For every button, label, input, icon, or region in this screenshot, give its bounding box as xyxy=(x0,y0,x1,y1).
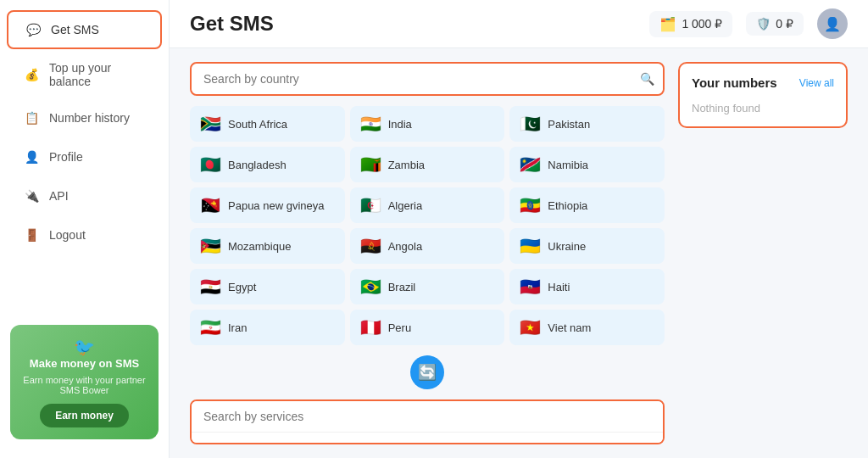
country-name: Algeria xyxy=(388,199,422,212)
earn-money-button[interactable]: Earn money xyxy=(40,404,129,427)
swap-button[interactable]: 🔄 xyxy=(410,355,444,389)
content-area: 🔍 🇿🇦South Africa🇮🇳India🇵🇰Pakistan🇧🇩Bangl… xyxy=(170,48,868,458)
header-right: 🗂️ 1 000 ₽ 🛡️ 0 ₽ 👤 xyxy=(649,8,848,39)
country-name: Bangladesh xyxy=(228,159,287,171)
service-logo: K xyxy=(203,443,231,444)
country-item[interactable]: 🇪🇹Ethiopia xyxy=(509,187,665,223)
country-item[interactable]: 🇵🇰Pakistan xyxy=(509,106,665,142)
country-item[interactable]: 🇿🇲Zambia xyxy=(350,147,505,182)
country-item[interactable]: 🇺🇦Ukraine xyxy=(509,228,665,264)
country-flag: 🇻🇳 xyxy=(520,317,541,338)
country-item[interactable]: 🇻🇳Viet nam xyxy=(509,310,665,345)
sidebar-label-top-up: Top up your balance xyxy=(49,61,147,88)
country-flag: 🇩🇿 xyxy=(360,195,381,215)
country-name: Egypt xyxy=(228,281,256,293)
sidebar-item-get-sms[interactable]: 💬 Get SMS xyxy=(7,10,162,49)
avatar[interactable]: 👤 xyxy=(817,8,848,39)
country-search-box: 🔍 xyxy=(190,62,665,96)
country-name: Ethiopia xyxy=(548,199,587,212)
sidebar-item-profile[interactable]: 👤 Profile xyxy=(7,139,162,175)
country-flag: 🇿🇦 xyxy=(200,114,221,134)
sidebar-item-number-history[interactable]: 📋 Number history xyxy=(7,100,162,136)
country-item[interactable]: 🇦🇴Angola xyxy=(350,228,505,264)
wallet-icon: 💰 xyxy=(22,65,41,84)
balance-box: 🗂️ 1 000 ₽ xyxy=(649,11,732,37)
logout-icon: 🚪 xyxy=(22,226,41,244)
country-flag: 🇵🇪 xyxy=(360,317,381,338)
sidebar-label-get-sms: Get SMS xyxy=(51,23,99,36)
country-item[interactable]: 🇲🇿Mozambique xyxy=(190,228,345,264)
main-area: Get SMS 🗂️ 1 000 ₽ 🛡️ 0 ₽ 👤 🔍 🇿🇦South xyxy=(170,0,868,458)
country-flag: 🇪🇹 xyxy=(520,195,541,215)
country-item[interactable]: 🇵🇪Peru xyxy=(350,310,505,345)
service-item: K Kakao 4 pcs 3.60 Buy xyxy=(192,433,663,444)
country-item[interactable]: 🇪🇬Egypt xyxy=(190,269,345,304)
country-item[interactable]: 🇳🇦Namibia xyxy=(509,147,665,182)
promo-box: 🐦 Make money on SMS Earn money with your… xyxy=(10,325,159,439)
country-search-input[interactable] xyxy=(192,64,663,94)
your-numbers-empty: Nothing found xyxy=(692,102,834,114)
history-icon: 📋 xyxy=(22,109,41,127)
country-grid: 🇿🇦South Africa🇮🇳India🇵🇰Pakistan🇧🇩Banglad… xyxy=(190,106,665,345)
sidebar-label-number-history: Number history xyxy=(49,111,130,125)
profile-icon: 👤 xyxy=(22,148,41,166)
header: Get SMS 🗂️ 1 000 ₽ 🛡️ 0 ₽ 👤 xyxy=(170,0,868,48)
country-item[interactable]: 🇧🇩Bangladesh xyxy=(190,147,345,182)
country-flag: 🇵🇰 xyxy=(520,114,541,134)
country-flag: 🇿🇲 xyxy=(360,154,381,175)
swap-button-wrap: 🔄 xyxy=(190,355,665,389)
right-panel: Your numbers View all Nothing found xyxy=(678,62,848,444)
service-search-input[interactable] xyxy=(192,401,663,433)
country-name: Namibia xyxy=(548,159,588,171)
sidebar-item-logout[interactable]: 🚪 Logout xyxy=(7,217,162,253)
country-name: Peru xyxy=(388,321,411,334)
country-flag: 🇮🇳 xyxy=(360,114,381,134)
country-flag: 🇧🇩 xyxy=(200,154,221,175)
country-name: Viet nam xyxy=(548,321,591,334)
country-name: Haiti xyxy=(548,281,570,293)
page-title: Get SMS xyxy=(190,12,274,36)
service-items: K Kakao 4 pcs 3.60 Buy N Naver 4 pcs 1.4… xyxy=(192,433,663,444)
country-item[interactable]: 🇮🇷Iran xyxy=(190,310,345,345)
left-panel: 🔍 🇿🇦South Africa🇮🇳India🇵🇰Pakistan🇧🇩Bangl… xyxy=(190,62,665,444)
country-flag: 🇳🇦 xyxy=(520,154,541,175)
country-name: Ukraine xyxy=(548,240,586,253)
country-name: Brazil xyxy=(388,281,416,293)
zero-balance-amount: 0 ₽ xyxy=(776,17,793,31)
country-flag: 🇦🇴 xyxy=(360,236,381,256)
country-flag: 🇺🇦 xyxy=(520,236,541,256)
sidebar-item-top-up[interactable]: 💰 Top up your balance xyxy=(7,53,162,97)
country-name: Pakistan xyxy=(548,118,590,131)
sidebar-label-profile: Profile xyxy=(49,150,83,164)
country-name: Papua new gvineya xyxy=(228,199,324,212)
country-item[interactable]: 🇿🇦South Africa xyxy=(190,106,345,142)
country-name: Angola xyxy=(388,240,422,253)
promo-title: Make money on SMS xyxy=(22,357,147,370)
buy-button[interactable]: Buy xyxy=(599,444,651,445)
country-name: India xyxy=(388,118,412,131)
country-flag: 🇲🇿 xyxy=(200,236,221,256)
promo-subtitle: Earn money with your partner SMS Bower xyxy=(22,375,147,395)
shield-icon: 🛡️ xyxy=(756,17,771,31)
country-flag: 🇪🇬 xyxy=(200,276,221,297)
sms-icon: 💬 xyxy=(24,20,42,39)
wallet-icon: 🗂️ xyxy=(659,16,676,32)
sidebar-item-api[interactable]: 🔌 API xyxy=(7,178,162,214)
country-flag: 🇵🇬 xyxy=(200,195,221,215)
country-name: Mozambique xyxy=(228,240,291,253)
your-numbers-title: Your numbers xyxy=(692,75,777,90)
country-item[interactable]: 🇩🇿Algeria xyxy=(350,187,505,223)
country-item[interactable]: 🇮🇳India xyxy=(350,106,505,142)
country-item[interactable]: 🇧🇷Brazil xyxy=(350,269,505,304)
country-flag: 🇮🇷 xyxy=(200,317,221,338)
your-numbers-header: Your numbers View all xyxy=(692,75,834,90)
balance-amount: 1 000 ₽ xyxy=(682,17,722,31)
country-flag: 🇭🇹 xyxy=(520,276,541,297)
view-all-link[interactable]: View all xyxy=(799,77,834,89)
api-icon: 🔌 xyxy=(22,187,41,205)
service-list: K Kakao 4 pcs 3.60 Buy N Naver 4 pcs 1.4… xyxy=(190,399,665,444)
country-item[interactable]: 🇵🇬Papua new gvineya xyxy=(190,187,345,223)
zero-balance-box: 🛡️ 0 ₽ xyxy=(746,12,804,36)
sidebar: 💬 Get SMS 💰 Top up your balance 📋 Number… xyxy=(0,0,170,458)
country-item[interactable]: 🇭🇹Haiti xyxy=(509,269,665,304)
